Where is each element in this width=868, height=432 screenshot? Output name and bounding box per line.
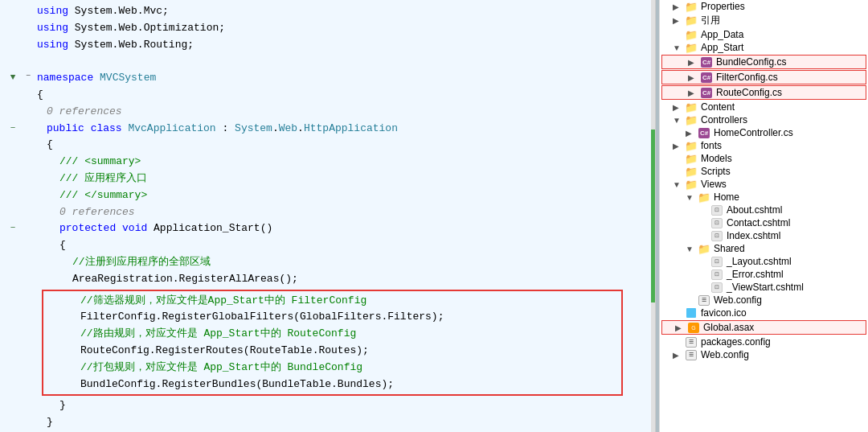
code-line: 0 references <box>0 204 655 221</box>
folder-icon: 📁 <box>684 42 698 53</box>
code-editor: using System.Web.Mvc; using System.Web.O… <box>0 0 656 432</box>
config-icon: ☰ <box>697 294 711 306</box>
tree-label: Scripts <box>701 166 731 177</box>
tree-label: App_Data <box>701 29 743 40</box>
tree-item-index[interactable]: ⊡ Index.cshtml <box>660 229 868 242</box>
code-line: //打包规则，对应文件是 App_Start中的 BundleConfig <box>47 360 618 376</box>
gutter <box>3 271 23 272</box>
tree-item-favicon[interactable]: favicon.ico <box>660 307 868 319</box>
tree-label: Contact.cshtml <box>727 217 790 228</box>
tree-arrow: ▶ <box>673 2 684 11</box>
code-line: FilterConfig.RegisterGlobalFilters(Globa… <box>47 309 618 326</box>
gutter <box>3 137 23 138</box>
code-line: using System.Web.Optimization; <box>0 20 655 37</box>
tree-arrow: ▶ <box>673 142 684 150</box>
tree-arrow: ▶ <box>688 73 699 82</box>
tree-item-filter-config[interactable]: ▶ C# FilterConfig.cs <box>661 70 866 84</box>
solution-explorer: ▶ 📁 Properties ▶ 📁 引用 📁 App_Data ▼ 📁 App… <box>659 0 868 432</box>
tree-item-views-home[interactable]: ▼ 📁 Home <box>660 191 868 204</box>
cshtml-icon: ⊡ <box>710 282 724 293</box>
cs-icon: C# <box>699 72 714 83</box>
tree-item-global-asax[interactable]: ▶ G Global.asax <box>661 320 866 335</box>
tree-item-views-webconfig[interactable]: ☰ Web.config <box>660 294 868 307</box>
tree-item-models[interactable]: 📁 Models <box>660 152 868 165</box>
code-line: /// </summary> <box>0 187 655 204</box>
tree-item-viewstart[interactable]: ⊡ _ViewStart.cshtml <box>660 281 868 294</box>
code-line: { <box>0 87 655 104</box>
folder-icon: 📁 <box>684 166 698 177</box>
tree-item-error[interactable]: ⊡ _Error.cshtml <box>660 268 868 281</box>
code-text: BundleConfig.RegisterBundles(BundleTable… <box>77 376 615 393</box>
tree-item-layout[interactable]: ⊡ _Layout.cshtml <box>660 255 868 268</box>
code-line: //注册到应用程序的全部区域 <box>0 254 655 271</box>
scrollbar-track[interactable] <box>651 0 655 432</box>
tree-item-scripts[interactable]: 📁 Scripts <box>660 165 868 178</box>
ico-icon <box>684 307 698 319</box>
code-text: AreaRegistration.RegisterAllAreas(); <box>34 271 652 288</box>
tree-item-controllers[interactable]: ▼ 📁 Controllers <box>660 113 868 126</box>
tree-label: About.cshtml <box>727 204 782 216</box>
tree-arrow: ▶ <box>675 323 686 332</box>
tree-arrow: ▶ <box>688 58 699 67</box>
tree-arrow: ▶ <box>686 129 697 138</box>
cshtml-icon: ⊡ <box>710 269 724 280</box>
code-text: public class MvcApplication : System.Web… <box>34 121 652 138</box>
gutter <box>3 104 23 105</box>
code-text: } <box>34 414 652 431</box>
code-line: using System.Web.Routing; <box>0 37 655 54</box>
gutter <box>3 53 23 54</box>
tree-item-about[interactable]: ⊡ About.cshtml <box>660 204 868 216</box>
tree-arrow: ▼ <box>673 116 684 125</box>
tree-item-app-data[interactable]: 📁 App_Data <box>660 28 868 41</box>
code-text: 0 references <box>34 204 652 221</box>
gutter <box>47 376 66 377</box>
code-text: RouteConfig.RegisterRoutes(RouteTable.Ro… <box>77 343 615 360</box>
folder-icon: 📁 <box>684 114 698 125</box>
tree-arrow: ▶ <box>673 16 684 25</box>
code-line: /// <summary> <box>0 154 655 171</box>
tree-item-references[interactable]: ▶ 📁 引用 <box>660 13 868 28</box>
tree-label: App_Start <box>701 42 743 53</box>
tree-label: fonts <box>701 140 722 151</box>
gutter <box>47 309 66 310</box>
tree-item-shared[interactable]: ▼ 📁 Shared <box>660 242 868 255</box>
folder-icon: 📁 <box>684 140 698 151</box>
collapse-btn[interactable]: − <box>23 70 34 83</box>
tree-item-route-config[interactable]: ▶ C# RouteConfig.cs <box>661 85 866 100</box>
code-text: protected void Application_Start() <box>34 220 652 237</box>
folder-icon: 📁 <box>684 15 698 27</box>
tree-arrow: ▶ <box>688 88 699 97</box>
tree-item-app-start[interactable]: ▼ 📁 App_Start <box>660 41 868 54</box>
tree-item-properties[interactable]: ▶ 📁 Properties <box>660 0 868 13</box>
folder-icon: 📁 <box>684 153 698 164</box>
tree-item-home-controller[interactable]: ▶ C# HomeController.cs <box>660 126 868 139</box>
tree-item-contact[interactable]: ⊡ Contact.cshtml <box>660 216 868 229</box>
gutter <box>3 414 23 415</box>
folder-icon: 📁 <box>684 29 698 40</box>
gutter <box>3 3 23 4</box>
code-text: namespace MVCSystem <box>34 70 652 87</box>
tree-item-root-webconfig[interactable]: ▶ ☰ Web.config <box>660 348 868 361</box>
tree-item-views[interactable]: ▼ 📁 Views <box>660 178 868 191</box>
tree-label: _Layout.cshtml <box>727 256 792 267</box>
gutter <box>3 20 23 21</box>
code-line: //路由规则，对应文件是 App_Start中的 RouteConfig <box>47 326 618 343</box>
scroll-indicator <box>651 130 655 302</box>
cshtml-icon: ⊡ <box>710 230 724 241</box>
folder-icon: 📁 <box>684 179 698 190</box>
tree-label: HomeController.cs <box>714 127 793 138</box>
folder-icon: 📁 <box>684 101 698 113</box>
cs-icon: C# <box>699 56 714 68</box>
tree-item-bundle-config[interactable]: ▶ C# BundleConfig.cs <box>661 55 866 69</box>
tree-item-fonts[interactable]: ▶ 📁 fonts <box>660 139 868 152</box>
tree-arrow: ▼ <box>686 193 697 202</box>
tree-item-content[interactable]: ▶ 📁 Content <box>660 101 868 113</box>
code-line: 0 references <box>0 104 655 121</box>
gutter <box>3 87 23 88</box>
code-text: using System.Web.Mvc; <box>34 3 652 20</box>
code-text: //筛选器规则，对应文件是App_Start中的 FilterConfig <box>77 293 615 310</box>
tree-item-packages-config[interactable]: ☰ packages.config <box>660 335 868 348</box>
code-text: { <box>34 87 652 104</box>
tree-label: packages.config <box>701 336 771 348</box>
code-line: } <box>0 414 655 431</box>
